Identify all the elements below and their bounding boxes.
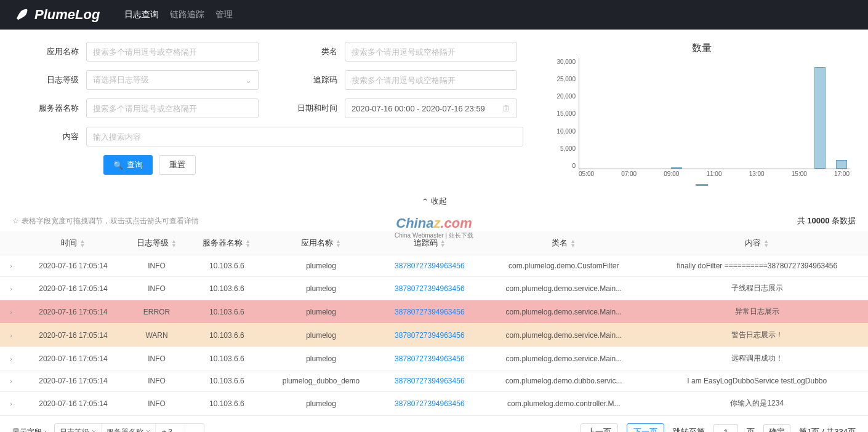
expand-icon[interactable]: › [10, 377, 12, 385]
cell-time: 2020-07-16 17:05:14 [22, 300, 124, 324]
jump-confirm-button[interactable]: 确定 [763, 424, 790, 432]
level-placeholder: 请选择日志等级 [93, 74, 149, 86]
next-page-button[interactable]: 下一页 [627, 423, 664, 432]
cell-trace: 38780727394963456 [378, 277, 482, 300]
chevron-down-icon: ⌄ [245, 76, 252, 85]
y-tick: 20,000 [557, 93, 576, 100]
label-server: 服务器名称 [12, 103, 86, 114]
nav-item-0[interactable]: 日志查询 [124, 9, 159, 20]
trace-link[interactable]: 38780727394963456 [395, 262, 464, 270]
cell-server: 10.103.6.6 [189, 277, 264, 300]
cell-server: 10.103.6.6 [189, 370, 264, 392]
trace-link[interactable]: 38780727394963456 [395, 331, 464, 340]
x-tick: 09:00 [664, 170, 679, 182]
col-header[interactable]: 内容▲▼ [646, 231, 869, 255]
cell-content: 异常日志展示 [646, 300, 869, 324]
cell-class: com.plumelog.demo.controller.M... [481, 392, 646, 415]
table-row[interactable]: ›2020-07-16 17:05:14ERROR10.103.6.6plume… [0, 300, 868, 324]
chevron-up-icon: ⌃ [422, 197, 428, 206]
cell-time: 2020-07-16 17:05:14 [22, 277, 124, 300]
cell-server: 10.103.6.6 [189, 347, 264, 370]
nav-item-1[interactable]: 链路追踪 [170, 9, 204, 20]
expand-icon[interactable]: › [10, 262, 12, 270]
page-info: 第1页 / 共334页 [799, 426, 856, 432]
cell-server: 10.103.6.6 [189, 255, 264, 277]
table-row[interactable]: ›2020-07-16 17:05:14INFO10.103.6.6plumel… [0, 347, 868, 370]
table-row[interactable]: ›2020-07-16 17:05:14INFO10.103.6.6plumel… [0, 277, 868, 300]
expand-icon[interactable]: › [10, 285, 12, 292]
cell-server: 10.103.6.6 [189, 392, 264, 415]
main-nav: 日志查询链路追踪管理 [124, 9, 233, 20]
query-button[interactable]: 🔍 查询 [103, 155, 153, 175]
tip-text: ☆ 表格字段宽度可拖拽调节，双击或点击箭头可查看详情 [12, 216, 199, 226]
sort-icon: ▲▼ [245, 239, 251, 248]
class-input[interactable] [345, 42, 517, 62]
y-tick: 25,000 [557, 76, 576, 82]
table-row[interactable]: ›2020-07-16 17:05:14INFO10.103.6.6plumel… [0, 370, 868, 392]
x-tick: 11:00 [706, 170, 721, 182]
cell-trace: 38780727394963456 [378, 255, 482, 277]
col-header[interactable]: 类名▲▼ [481, 231, 646, 255]
field-tag[interactable]: 服务器名称× [102, 424, 156, 432]
field-tag[interactable]: 日志等级× [55, 424, 102, 432]
y-tick: 15,000 [557, 110, 576, 117]
col-header[interactable]: 服务器名称▲▼ [189, 231, 264, 255]
content-input[interactable] [86, 127, 523, 146]
table-row[interactable]: ›2020-07-16 17:05:14INFO10.103.6.6plumel… [0, 255, 868, 277]
expand-icon[interactable]: › [10, 332, 12, 339]
sort-icon: ▲▼ [336, 239, 341, 248]
x-tick: 05:00 [579, 170, 594, 182]
cell-app: plumelog [264, 255, 377, 277]
chart-x-axis: 05:0007:0009:0011:0013:0015:0017:00 [579, 170, 850, 182]
expand-icon[interactable]: › [10, 308, 12, 316]
trace-input[interactable] [345, 70, 517, 90]
nav-item-2[interactable]: 管理 [215, 9, 233, 20]
tip-label: 表格字段宽度可拖拽调节，双击或点击箭头可查看详情 [22, 216, 199, 226]
y-tick: 0 [572, 162, 576, 169]
server-input[interactable] [86, 98, 259, 118]
trace-link[interactable]: 38780727394963456 [395, 284, 464, 293]
chart-plot-area [579, 58, 850, 169]
search-panel: 应用名称 类名 日志等级 请选择日志等级 ⌄ 追踪码 [0, 30, 868, 192]
table-row[interactable]: ›2020-07-16 17:05:14INFO10.103.6.6plumel… [0, 392, 868, 415]
app-input[interactable] [86, 42, 259, 62]
close-icon[interactable]: × [146, 428, 150, 432]
table-body: ›2020-07-16 17:05:14INFO10.103.6.6plumel… [0, 255, 868, 415]
chart-bar[interactable] [814, 67, 826, 169]
more-tags[interactable]: + 3... [156, 424, 185, 432]
date-range-picker[interactable]: 2020-07-16 00:00 - 2020-07-16 23:59 🗓 [345, 98, 517, 118]
cell-server: 10.103.6.6 [189, 300, 264, 324]
chart-bar[interactable] [671, 167, 682, 169]
prev-page-button[interactable]: 上一页 [581, 423, 618, 432]
chart-bar[interactable] [836, 160, 847, 169]
level-select[interactable]: 请选择日志等级 ⌄ [86, 70, 259, 90]
table-row[interactable]: ›2020-07-16 17:05:14WARN10.103.6.6plumel… [0, 324, 868, 347]
expand-icon[interactable]: › [10, 355, 12, 362]
trace-link[interactable]: 38780727394963456 [395, 308, 464, 316]
cell-content: 子线程日志展示 [646, 277, 869, 300]
jump-prefix: 跳转至第 [673, 426, 705, 432]
col-header[interactable]: 日志等级▲▼ [124, 231, 189, 255]
top-navbar: PlumeLog 日志查询链路追踪管理 [0, 0, 868, 30]
col-header[interactable]: 时间▲▼ [22, 231, 124, 255]
cell-level: INFO [124, 347, 189, 370]
trace-link[interactable]: 38780727394963456 [395, 354, 464, 363]
jump-suffix: 页 [747, 426, 755, 432]
col-header[interactable]: 追踪码▲▼ [378, 231, 482, 255]
trace-link[interactable]: 38780727394963456 [395, 377, 464, 385]
close-icon[interactable]: × [92, 428, 96, 432]
collapse-toggle[interactable]: ⌃ 收起 [0, 192, 868, 210]
cell-time: 2020-07-16 17:05:14 [22, 370, 124, 392]
reset-button[interactable]: 重置 [159, 155, 196, 175]
chevron-down-icon[interactable]: ⌄ [185, 424, 204, 432]
x-tick: 13:00 [749, 170, 765, 182]
trace-link[interactable]: 38780727394963456 [395, 399, 464, 408]
cell-class: com.plumelog.demo.service.Main... [481, 347, 646, 370]
expand-icon[interactable]: › [10, 400, 12, 407]
cell-level: ERROR [124, 300, 189, 324]
page-number-input[interactable] [713, 424, 738, 432]
tag-group[interactable]: 日志等级×服务器名称×+ 3...⌄ [54, 423, 204, 432]
bar-chart[interactable]: 30,00025,00020,00015,00010,0005,0000 05:… [548, 58, 856, 182]
table-header-row: 时间▲▼日志等级▲▼服务器名称▲▼应用名称▲▼追踪码▲▼类名▲▼内容▲▼ [0, 231, 868, 255]
col-header[interactable]: 应用名称▲▼ [264, 231, 377, 255]
